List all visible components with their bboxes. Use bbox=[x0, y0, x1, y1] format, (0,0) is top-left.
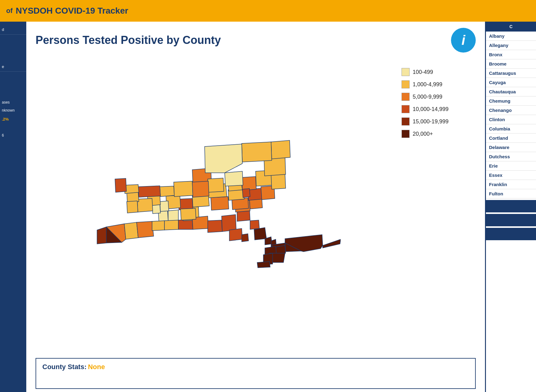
county-list-item-albany[interactable]: Albany bbox=[486, 32, 536, 41]
nyc-islands[interactable] bbox=[257, 262, 270, 268]
map-legend-area: 100-499 1,000-4,999 5,000-9,999 10,000-1… bbox=[26, 56, 485, 355]
putnam-county[interactable] bbox=[250, 220, 259, 229]
legend-label-3: 10,000-14,999 bbox=[413, 106, 449, 113]
app-title: NYSDOH COVID-19 Tracker bbox=[16, 6, 128, 16]
right-sidebar-block-2 bbox=[486, 214, 536, 226]
sidebar-percent-label: .2% bbox=[0, 115, 26, 123]
legend-swatch-1 bbox=[402, 80, 410, 88]
clinton-county[interactable] bbox=[271, 140, 290, 159]
county-list-item-cattaraugus[interactable]: Cattaraugus bbox=[486, 69, 536, 78]
lewis-county[interactable] bbox=[208, 178, 224, 192]
tompkins-county[interactable] bbox=[168, 210, 178, 221]
rockland-county[interactable] bbox=[242, 234, 249, 242]
header-of-text: of bbox=[6, 7, 13, 15]
map-container bbox=[36, 56, 392, 355]
wayne-county[interactable] bbox=[160, 186, 174, 197]
app-header: of NYSDOH COVID-19 Tracker bbox=[0, 0, 536, 22]
legend-item-2: 5,000-9,999 bbox=[402, 93, 476, 101]
legend-swatch-4 bbox=[402, 117, 410, 126]
otsego-county[interactable] bbox=[211, 197, 229, 210]
page-heading-area: Persons Tested Positive by County i bbox=[26, 22, 485, 56]
suffolk-east-county[interactable] bbox=[323, 239, 341, 248]
legend-label-5: 20,000+ bbox=[413, 131, 433, 137]
right-sidebar-block-3 bbox=[486, 228, 536, 240]
main-content: Persons Tested Positive by County i bbox=[26, 22, 485, 392]
chemung-county[interactable] bbox=[152, 221, 164, 231]
chautauqua-county[interactable] bbox=[97, 227, 106, 244]
monroe-county[interactable] bbox=[138, 186, 160, 197]
legend-label-1: 1,000-4,999 bbox=[413, 81, 442, 88]
legend-label-2: 5,000-9,999 bbox=[413, 94, 442, 100]
county-list-item-columbia[interactable]: Columbia bbox=[486, 124, 536, 134]
legend-swatch-2 bbox=[402, 93, 410, 101]
county-list-item-chemung[interactable]: Chemung bbox=[486, 96, 536, 106]
saratoga-county[interactable] bbox=[242, 177, 256, 190]
county-list-item-bronx[interactable]: Bronx bbox=[486, 50, 536, 59]
kings-county[interactable] bbox=[276, 245, 286, 254]
legend-item-4: 15,000-19,999 bbox=[402, 117, 476, 126]
cortland-county[interactable] bbox=[181, 208, 196, 220]
niagara-county[interactable] bbox=[115, 178, 126, 192]
sidebar-item-d[interactable]: d bbox=[0, 25, 26, 35]
map-legend: 100-499 1,000-4,999 5,000-9,999 10,000-1… bbox=[402, 56, 476, 355]
sidebar-number-label: 6 bbox=[0, 132, 26, 139]
livingston-county[interactable] bbox=[137, 198, 153, 212]
left-sidebar: d e ases nknown .2% 6 bbox=[0, 22, 26, 392]
schenectady-county[interactable] bbox=[242, 189, 250, 198]
info-icon[interactable]: i bbox=[451, 28, 476, 53]
county-list-item-fulton[interactable]: Fulton bbox=[486, 189, 536, 198]
legend-item-3: 10,000-14,999 bbox=[402, 105, 476, 113]
allegany-county[interactable] bbox=[124, 222, 138, 239]
legend-label-4: 15,000-19,999 bbox=[413, 118, 449, 125]
county-list-item-delaware[interactable]: Delaware bbox=[486, 143, 536, 152]
county-list-item-erie[interactable]: Erie bbox=[486, 161, 536, 171]
orange-county[interactable] bbox=[229, 228, 242, 241]
right-sidebar-block-1 bbox=[486, 200, 536, 212]
franklin-county[interactable] bbox=[242, 142, 272, 162]
county-list-item-essex[interactable]: Essex bbox=[486, 171, 536, 180]
county-list-item-cayuga[interactable]: Cayuga bbox=[486, 78, 536, 87]
county-list-item-clinton[interactable]: Clinton bbox=[486, 115, 536, 124]
county-list-item-chautauqua[interactable]: Chautauqua bbox=[486, 87, 536, 96]
wyoming-county[interactable] bbox=[127, 201, 138, 213]
county-list-item-chenango[interactable]: Chenango bbox=[486, 106, 536, 115]
legend-swatch-3 bbox=[402, 105, 410, 113]
county-list-item-dutchess[interactable]: Dutchess bbox=[486, 152, 536, 161]
sidebar-item-e[interactable]: e bbox=[0, 62, 26, 72]
county-stats-label: County Stats: bbox=[42, 363, 87, 371]
right-sidebar: C Albany Allegany Bronx Broome Cattaraug… bbox=[485, 22, 536, 392]
oneida-county[interactable] bbox=[192, 181, 209, 197]
westchester-county[interactable] bbox=[254, 228, 266, 240]
body-row: d e ases nknown .2% 6 Persons Tested Pos… bbox=[0, 22, 536, 392]
legend-label-0: 100-499 bbox=[413, 69, 433, 75]
legend-item-5: 20,000+ bbox=[402, 130, 476, 138]
sidebar-unknown-label: nknown bbox=[0, 107, 26, 114]
county-list-item-broome[interactable]: Broome bbox=[486, 59, 536, 69]
page-title: Persons Tested Positive by County bbox=[36, 34, 221, 47]
ny-state-map[interactable] bbox=[87, 125, 341, 286]
county-list-item-cortland[interactable]: Cortland bbox=[486, 134, 536, 143]
legend-item-0: 100-499 bbox=[402, 68, 476, 76]
county-stats-value: None bbox=[88, 363, 105, 371]
legend-item-1: 1,000-4,999 bbox=[402, 80, 476, 88]
county-list-item-allegany[interactable]: Allegany bbox=[486, 41, 536, 50]
sullivan-county[interactable] bbox=[208, 220, 222, 232]
washington-county[interactable] bbox=[271, 173, 286, 189]
sidebar-cases-label: ases bbox=[0, 99, 26, 106]
county-stats-box: County Stats: None bbox=[36, 358, 476, 389]
seneca-county[interactable] bbox=[160, 201, 169, 211]
stlawrence-county[interactable] bbox=[205, 144, 242, 173]
steuben-county[interactable] bbox=[137, 221, 154, 238]
oswego-county[interactable] bbox=[174, 181, 193, 197]
ulster-county[interactable] bbox=[222, 215, 236, 232]
tioga-county[interactable] bbox=[164, 220, 178, 230]
legend-swatch-5 bbox=[402, 130, 410, 138]
right-sidebar-header: C bbox=[486, 22, 536, 32]
hamilton-county[interactable] bbox=[225, 171, 243, 186]
legend-swatch-0 bbox=[402, 68, 410, 76]
county-list-item-franklin[interactable]: Franklin bbox=[486, 180, 536, 189]
